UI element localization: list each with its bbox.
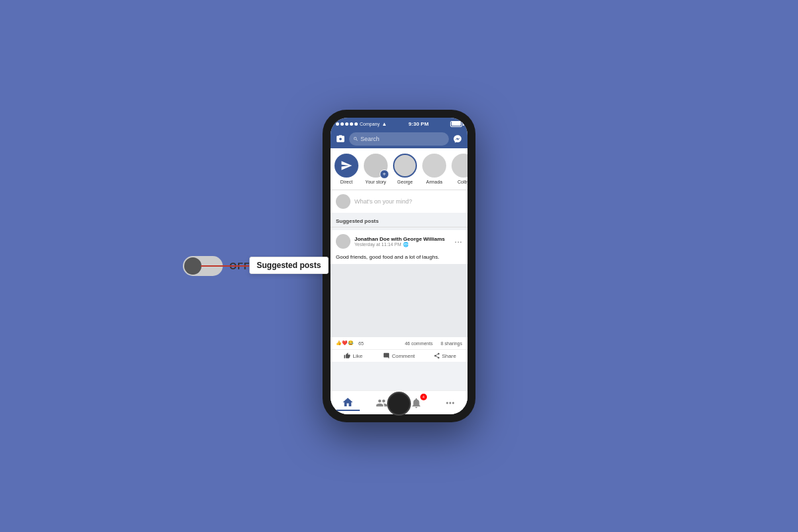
- story-label-your-story: Your story: [365, 180, 386, 184]
- dot5: [354, 122, 358, 126]
- post-timestamp: Yesterday at 11:14 PM: [354, 242, 402, 247]
- haha-emoji: 😂: [348, 340, 354, 346]
- story-direct[interactable]: Direct: [334, 154, 358, 184]
- stories-row: Direct + Your story George Armada: [331, 148, 467, 190]
- composer-placeholder: What's on your mind?: [354, 198, 462, 205]
- share-count: 8 sharings: [441, 341, 462, 346]
- status-left: Company ▲: [336, 121, 387, 127]
- post-header: Jonathan Doe with George Williams Yester…: [331, 230, 467, 253]
- story-your-story[interactable]: + Your story: [364, 154, 388, 184]
- comment-count: 46 comments: [405, 341, 433, 346]
- post-text: Good friends, good food and a lot of lau…: [331, 253, 467, 264]
- home-button[interactable]: [387, 392, 411, 416]
- globe-icon: 🌐: [403, 242, 409, 247]
- time-display: 9:30 PM: [408, 121, 428, 127]
- signal-dots: [336, 122, 358, 126]
- nav-bar: Search: [331, 130, 467, 148]
- post-card: Jonathan Doe with George Williams Yester…: [331, 230, 467, 364]
- post-more-icon[interactable]: ···: [454, 236, 462, 247]
- status-bar: Company ▲ 9:30 PM: [331, 118, 467, 130]
- composer-avatar: [336, 194, 350, 209]
- battery-icon: [450, 121, 462, 127]
- action-bar: Like Comment Share: [331, 350, 467, 364]
- story-circle-direct: [334, 154, 358, 178]
- dot3: [345, 122, 348, 126]
- story-circle-colby: [452, 154, 467, 178]
- story-george[interactable]: George: [393, 154, 417, 184]
- composer-bar[interactable]: What's on your mind?: [331, 190, 467, 215]
- search-bar[interactable]: Search: [349, 132, 449, 146]
- post-reactions: 👍 ❤️ 😂 65 46 comments 8 sharings: [331, 337, 467, 350]
- messenger-icon[interactable]: [452, 133, 464, 145]
- nav-home[interactable]: [336, 395, 360, 411]
- scene: OFF Suggested posts Company ▲: [323, 110, 475, 422]
- dot1: [336, 122, 339, 126]
- nav-menu[interactable]: [438, 395, 462, 411]
- story-circle-armada: [422, 154, 446, 178]
- wifi-icon: ▲: [382, 121, 387, 127]
- dot4: [350, 122, 353, 126]
- post-user-info: Jonathan Doe with George Williams Yester…: [354, 236, 445, 247]
- comment-button[interactable]: Comment: [376, 352, 422, 359]
- story-circle-george: [393, 154, 417, 178]
- post-username: Jonathan Doe with George Williams: [354, 236, 445, 242]
- arrow-line: [201, 265, 254, 267]
- heart-emoji: ❤️: [342, 340, 348, 346]
- share-label: Share: [442, 353, 456, 359]
- camera-icon[interactable]: [334, 133, 346, 145]
- share-button[interactable]: Share: [422, 352, 467, 359]
- post-header-left: Jonathan Doe with George Williams Yester…: [336, 234, 445, 249]
- suggested-section-header: Suggested posts: [331, 215, 467, 227]
- story-armada[interactable]: Armada: [422, 154, 446, 184]
- like-button[interactable]: Like: [331, 352, 376, 359]
- toggle-knob: [184, 257, 201, 275]
- like-label: Like: [352, 353, 362, 359]
- story-label-armada: Armada: [426, 180, 443, 184]
- story-circle-your-story: +: [364, 154, 388, 178]
- reaction-emojis: 👍 ❤️ 😂: [336, 340, 354, 346]
- reaction-count: 65: [358, 341, 364, 346]
- search-placeholder: Search: [360, 136, 380, 142]
- dot2: [340, 122, 344, 126]
- story-label-colby: Colby: [458, 180, 467, 184]
- comment-label: Comment: [392, 353, 415, 359]
- carrier-label: Company: [360, 122, 380, 126]
- post-image: [331, 264, 467, 337]
- post-meta: Yesterday at 11:14 PM 🌐: [354, 242, 445, 247]
- like-emoji: 👍: [336, 340, 342, 346]
- suggested-posts-tooltip: Suggested posts: [249, 257, 329, 274]
- story-label-george: George: [397, 180, 412, 184]
- story-label-direct: Direct: [340, 180, 352, 184]
- phone: Company ▲ 9:30 PM: [323, 110, 475, 422]
- post-avatar: [336, 234, 350, 249]
- story-colby[interactable]: Colby: [452, 154, 467, 184]
- story-plus-icon: +: [380, 170, 389, 179]
- phone-screen: Company ▲ 9:30 PM: [331, 118, 467, 414]
- notification-badge: 4: [420, 394, 427, 400]
